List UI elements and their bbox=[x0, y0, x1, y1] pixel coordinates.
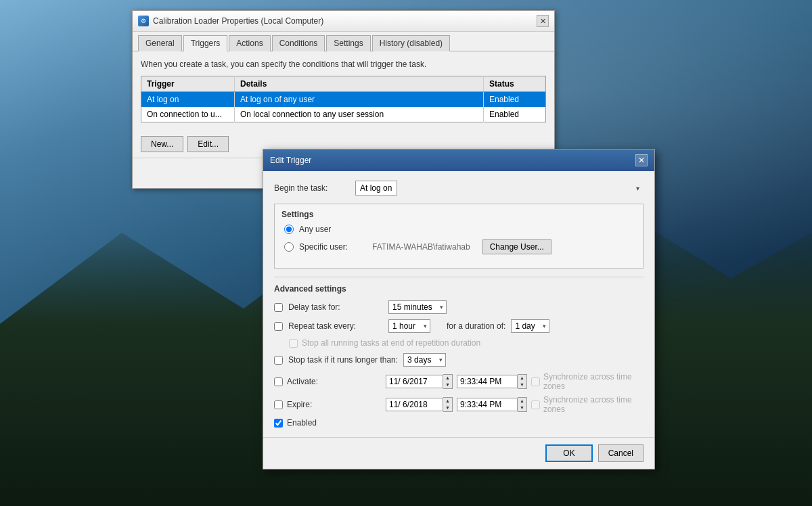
trigger-cell: At log on bbox=[141, 92, 235, 108]
tab-triggers[interactable]: Triggers bbox=[183, 35, 228, 51]
activate-time-spin[interactable]: ▲ ▼ bbox=[518, 374, 527, 390]
any-user-row: Any user bbox=[284, 225, 636, 234]
activate-sync-row: Synchronize across time zones bbox=[531, 372, 644, 391]
delay-task-dropdown[interactable]: 15 minutes bbox=[388, 300, 447, 314]
expire-date-wrapper: ▲ ▼ bbox=[386, 397, 453, 413]
any-user-label: Any user bbox=[299, 225, 367, 234]
expire-time-input[interactable] bbox=[457, 398, 518, 411]
tab-actions[interactable]: Actions bbox=[229, 35, 270, 51]
triggers-description: When you create a task, you can specify … bbox=[141, 60, 546, 69]
begin-task-dropdown-wrapper: At log on bbox=[355, 181, 644, 196]
settings-label: Settings bbox=[281, 210, 636, 219]
expire-sync-row: Synchronize across time zones bbox=[531, 395, 644, 414]
edit-trigger-close-button[interactable]: ✕ bbox=[635, 154, 648, 166]
advanced-settings-label: Advanced settings bbox=[274, 284, 644, 294]
titlebar-left: ⚙ Calibration Loader Properties (Local C… bbox=[138, 16, 323, 26]
any-user-radio[interactable] bbox=[284, 225, 294, 234]
duration-dropdown[interactable]: 1 day bbox=[511, 319, 549, 333]
stop-long-dropdown-wrapper: 3 days bbox=[403, 353, 446, 367]
expire-time-spin[interactable]: ▲ ▼ bbox=[518, 397, 527, 413]
enabled-checkbox[interactable] bbox=[274, 419, 283, 428]
expire-date-input[interactable] bbox=[386, 398, 443, 411]
enabled-row: Enabled bbox=[274, 418, 644, 428]
specific-user-value: FATIMA-WAHAB\fatiwahab bbox=[372, 242, 470, 252]
main-window-content: When you create a task, you can specify … bbox=[133, 51, 554, 131]
main-window-titlebar: ⚙ Calibration Loader Properties (Local C… bbox=[133, 11, 554, 32]
stop-long-task-dropdown[interactable]: 3 days bbox=[403, 353, 446, 367]
edit-trigger-button[interactable]: Edit... bbox=[187, 136, 229, 152]
enabled-label: Enabled bbox=[287, 418, 317, 428]
activate-checkbox[interactable] bbox=[274, 377, 283, 386]
stop-tasks-checkbox[interactable] bbox=[289, 339, 298, 348]
status-cell: Enabled bbox=[484, 92, 546, 108]
col-header-trigger: Trigger bbox=[141, 76, 235, 92]
details-cell: On local connection to any user session bbox=[235, 107, 484, 122]
tab-history[interactable]: History (disabled) bbox=[372, 35, 450, 51]
activate-date-spin[interactable]: ▲ ▼ bbox=[443, 374, 453, 390]
stop-task-longer-row: Stop task if it runs longer than: 3 days bbox=[274, 353, 644, 367]
expire-label: Expire: bbox=[287, 400, 382, 409]
repeat-task-checkbox[interactable] bbox=[274, 322, 283, 331]
activate-time-wrapper: ▲ ▼ bbox=[457, 374, 527, 390]
expire-time-wrapper: ▲ ▼ bbox=[457, 397, 527, 413]
radio-group: Any user Specific user: FATIMA-WAHAB\fat… bbox=[281, 225, 636, 254]
expire-date-spin[interactable]: ▲ ▼ bbox=[443, 397, 453, 413]
specific-user-label: Specific user: bbox=[299, 242, 367, 252]
activate-date-input[interactable] bbox=[386, 375, 443, 388]
edit-trigger-dialog: Edit Trigger ✕ Begin the task: At log on… bbox=[263, 149, 655, 469]
repeat-task-row: Repeat task every: 1 hour for a duration… bbox=[274, 319, 644, 333]
delay-task-row: Delay task for: 15 minutes bbox=[274, 300, 644, 314]
expire-checkbox[interactable] bbox=[274, 400, 283, 409]
begin-task-row: Begin the task: At log on bbox=[274, 181, 644, 196]
repeat-task-dropdown[interactable]: 1 hour bbox=[388, 319, 430, 333]
delay-task-label: Delay task for: bbox=[288, 302, 383, 312]
tab-bar: General Triggers Actions Conditions Sett… bbox=[133, 32, 554, 51]
status-cell: Enabled bbox=[484, 107, 546, 122]
main-window-title: Calibration Loader Properties (Local Com… bbox=[153, 16, 323, 26]
triggers-table: Trigger Details Status At log on At log … bbox=[141, 76, 546, 122]
expire-sync-label: Synchronize across time zones bbox=[543, 395, 644, 414]
table-row[interactable]: On connection to u... On local connectio… bbox=[141, 107, 546, 122]
expire-sync-checkbox[interactable] bbox=[531, 400, 540, 409]
specific-user-row: Specific user: FATIMA-WAHAB\fatiwahab Ch… bbox=[284, 239, 636, 254]
divider bbox=[274, 277, 644, 277]
begin-task-label: Begin the task: bbox=[274, 183, 348, 193]
stop-tasks-row: Stop all running tasks at end of repetit… bbox=[274, 338, 644, 348]
table-row[interactable]: At log on At log on of any user Enabled bbox=[141, 92, 546, 108]
activate-time-input[interactable] bbox=[457, 375, 518, 388]
stop-long-task-label: Stop task if it runs longer than: bbox=[288, 355, 398, 365]
details-cell: At log on of any user bbox=[235, 92, 484, 108]
edit-trigger-dialog-buttons: OK Cancel bbox=[263, 437, 654, 469]
edit-trigger-content: Begin the task: At log on Settings Any u… bbox=[263, 171, 654, 437]
col-header-details: Details bbox=[235, 76, 484, 92]
stop-tasks-label: Stop all running tasks at end of repetit… bbox=[302, 338, 480, 348]
for-duration-label: for a duration of: bbox=[447, 321, 505, 331]
tab-conditions[interactable]: Conditions bbox=[272, 35, 325, 51]
delay-task-checkbox[interactable] bbox=[274, 303, 283, 312]
expire-row: Expire: ▲ ▼ ▲ ▼ Synchronize across time … bbox=[274, 395, 644, 414]
activate-label: Activate: bbox=[287, 377, 382, 386]
col-header-status: Status bbox=[484, 76, 546, 92]
edit-trigger-title: Edit Trigger bbox=[270, 156, 311, 165]
main-window-close-button[interactable]: ✕ bbox=[537, 15, 549, 27]
tab-general[interactable]: General bbox=[138, 35, 182, 51]
settings-group: Settings Any user Specific user: FATIMA-… bbox=[274, 204, 644, 269]
trigger-cell: On connection to u... bbox=[141, 107, 235, 122]
begin-task-dropdown[interactable]: At log on bbox=[355, 181, 397, 196]
activate-date-wrapper: ▲ ▼ bbox=[386, 374, 453, 390]
stop-long-task-checkbox[interactable] bbox=[274, 356, 283, 365]
delay-dropdown-wrapper: 15 minutes bbox=[388, 300, 447, 314]
tab-settings[interactable]: Settings bbox=[326, 35, 370, 51]
specific-user-radio[interactable] bbox=[284, 242, 294, 252]
activate-row: Activate: ▲ ▼ ▲ ▼ Synchronize across tim… bbox=[274, 372, 644, 391]
edit-trigger-ok-button[interactable]: OK bbox=[545, 444, 592, 462]
window-icon: ⚙ bbox=[138, 16, 149, 26]
repeat-dropdown-wrapper: 1 hour bbox=[388, 319, 430, 333]
edit-trigger-cancel-button[interactable]: Cancel bbox=[598, 444, 644, 462]
duration-dropdown-wrapper: 1 day bbox=[511, 319, 549, 333]
activate-sync-label: Synchronize across time zones bbox=[543, 372, 644, 391]
change-user-button[interactable]: Change User... bbox=[482, 239, 551, 254]
repeat-task-label: Repeat task every: bbox=[288, 321, 383, 331]
new-trigger-button[interactable]: New... bbox=[141, 136, 183, 152]
activate-sync-checkbox[interactable] bbox=[531, 377, 540, 386]
